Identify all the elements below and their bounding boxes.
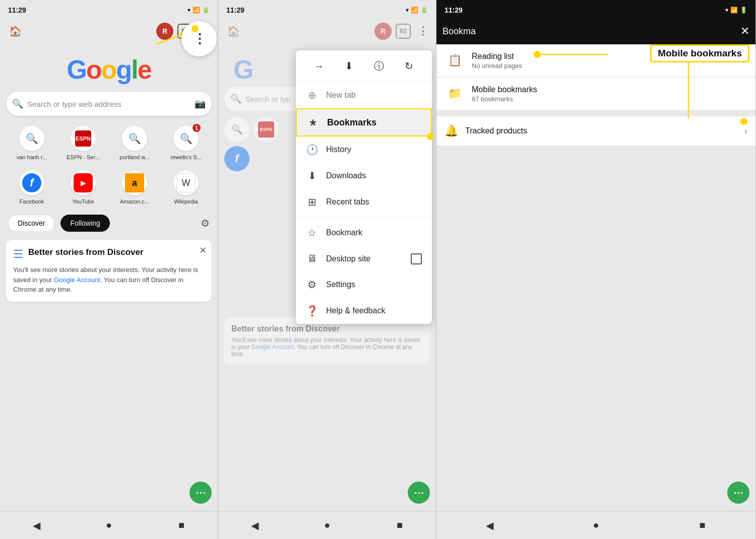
wifi-icon: ▾: [187, 7, 191, 14]
status-time-3: 11:29: [445, 6, 463, 14]
bookmark-page-item[interactable]: ☆ Bookmark: [296, 220, 432, 246]
shortcut-amazon-icon: a: [122, 170, 147, 195]
history-icon: 🕐: [306, 144, 318, 156]
following-tab[interactable]: Following: [60, 215, 109, 232]
new-tab-item[interactable]: ⊕ New tab: [296, 82, 432, 108]
recent-tabs-item[interactable]: ⊞ Recent tabs: [296, 189, 432, 215]
history-label: History: [326, 145, 351, 154]
shortcuts-row-2: f Facebook ▶ YouTube a Amazon.c... W Wik…: [0, 166, 218, 209]
status-bar-3: 11:29 ▾ 📶 🔋: [436, 0, 755, 18]
refresh-icon[interactable]: ↻: [399, 56, 418, 76]
close-button-3[interactable]: ✕: [740, 25, 749, 38]
discover-card-1: ✕ ☰ Better stories from Discover You'll …: [6, 240, 212, 302]
shortcut-amazon-label: Amazon.c...: [114, 198, 155, 205]
download-page-icon[interactable]: ⬇: [339, 56, 358, 76]
menu-divider-1: [296, 217, 432, 218]
desktop-site-checkbox[interactable]: [411, 253, 422, 264]
shortcut-portland-label: portland w...: [114, 154, 155, 160]
shortcut-van-hanh[interactable]: 🔍 van hanh r...: [12, 126, 52, 160]
battery-icon-3: 🔋: [740, 7, 747, 14]
top-bar-2: 🏠 R 62 ⋮: [218, 18, 436, 44]
mobile-bookmarks-item[interactable]: 📁 Mobile bookmarks 87 bookmarks: [436, 78, 755, 110]
wifi-icon-3: ▾: [725, 7, 728, 14]
dropdown-top-bar: → ⬇ ⓘ ↻: [296, 50, 432, 82]
bookmarks-menu-item[interactable]: ★ Bookmarks: [296, 108, 432, 137]
nav-recent-button-3[interactable]: ■: [690, 513, 715, 538]
discover-card-title: Better stories from Discover: [28, 247, 144, 258]
panel-2: 11:29 ▾ 📶 🔋 🏠 R 62 ⋮ G 🔍 Search or typ 🔍…: [218, 0, 436, 539]
header-bar-3: Bookma ✕: [436, 18, 755, 44]
google-account-link[interactable]: Google Account: [54, 276, 100, 284]
mobile-bookmarks-highlight-box[interactable]: Mobile bookmarks: [650, 44, 749, 62]
bookmarks-menu-item-container: ★ Bookmarks: [296, 108, 432, 137]
status-bar-2: 11:29 ▾ 📶 🔋: [218, 0, 436, 18]
downloads-icon: ⬇: [306, 170, 318, 182]
shortcut-rewells-label: rewells's S...: [166, 154, 206, 160]
chevron-right-icon: ›: [744, 126, 747, 137]
tracked-products-item[interactable]: 🔔 Tracked products ›: [436, 116, 755, 146]
search-bar-1[interactable]: 🔍 Search or type web address 📷: [6, 92, 212, 116]
nav-back-button-3[interactable]: ◀: [477, 513, 502, 538]
floating-action-button-3[interactable]: ⋯: [727, 482, 749, 504]
bottom-nav-1: ◀ ● ■: [0, 511, 218, 539]
google-l: l: [131, 55, 137, 84]
help-icon: ❓: [306, 305, 318, 317]
home-icon[interactable]: 🏠: [6, 22, 24, 40]
floating-action-button-2[interactable]: ⋯: [408, 482, 430, 504]
nav-home-button-3[interactable]: ●: [584, 513, 609, 538]
nav-back-button-2[interactable]: ◀: [242, 513, 267, 538]
panel-3: 11:29 ▾ 📶 🔋 Bookma ✕ Mobile bookmarks 📋 …: [436, 0, 756, 539]
shortcut-espn-icon: ESPN: [71, 126, 96, 151]
shortcut-amazon[interactable]: a Amazon.c...: [114, 170, 155, 205]
shortcut-youtube[interactable]: ▶ YouTube: [63, 170, 103, 205]
yellow-dot-avatar: [192, 25, 199, 32]
shortcuts-row-1: 🔍 van hanh r... ESPN ESPN - Ser... 🔍 por…: [0, 122, 218, 164]
panel-1: 11:29 ▾ 📶 🔋 🏠 R 62 ⋮ ⋮ Google 🔍 Search o…: [0, 0, 218, 539]
mobile-bookmarks-text: Mobile bookmarks 87 bookmarks: [472, 85, 747, 103]
bottom-nav-3: ◀ ● ■: [436, 511, 755, 539]
status-icons-3: ▾ 📶 🔋: [725, 7, 747, 14]
status-icons-2: ▾ 📶 🔋: [406, 7, 428, 14]
yellow-dot-bookmarks: [427, 133, 434, 140]
battery-icon: 🔋: [202, 7, 210, 14]
nav-recent-button-2[interactable]: ■: [387, 513, 412, 538]
bottom-nav-2: ◀ ● ■: [218, 511, 436, 539]
desktop-site-item[interactable]: 🖥 Desktop site: [296, 246, 432, 272]
shortcut-portland[interactable]: 🔍 portland w...: [114, 126, 155, 160]
shortcut-espn-label: ESPN - Ser...: [63, 154, 103, 160]
settings-item[interactable]: ⚙ Settings: [296, 272, 432, 298]
downloads-label: Downloads: [326, 171, 366, 180]
shortcut-youtube-label: YouTube: [63, 198, 103, 205]
history-item[interactable]: 🕐 History: [296, 137, 432, 163]
shortcut-rewells-icon: 🔍 1: [173, 126, 199, 151]
signal-icon: 📶: [193, 7, 200, 14]
downloads-item[interactable]: ⬇ Downloads: [296, 163, 432, 189]
nav-back-button-1[interactable]: ◀: [24, 513, 49, 538]
discover-settings-icon[interactable]: ⚙: [201, 217, 210, 229]
desktop-icon: 🖥: [306, 253, 318, 264]
dots-highlight-container: ⋮: [181, 21, 217, 56]
google-g: G: [67, 55, 86, 84]
help-item[interactable]: ❓ Help & feedback: [296, 298, 432, 324]
status-bar-1: 11:29 ▾ 📶 🔋: [0, 0, 218, 18]
camera-icon-1[interactable]: 📷: [195, 98, 206, 109]
wifi-icon-2: ▾: [406, 7, 409, 14]
status-icons-1: ▾ 📶 🔋: [187, 7, 210, 14]
shortcut-facebook-icon: f: [19, 170, 44, 195]
nav-recent-button-1[interactable]: ■: [169, 513, 194, 538]
discover-close-button[interactable]: ✕: [199, 245, 207, 256]
info-icon[interactable]: ⓘ: [369, 56, 389, 76]
discover-tab[interactable]: Discover: [8, 215, 54, 232]
avatar-button[interactable]: R: [156, 23, 173, 40]
shortcut-rewells[interactable]: 🔍 1 rewells's S...: [166, 126, 206, 160]
nav-home-button-1[interactable]: ●: [96, 513, 121, 538]
forward-icon[interactable]: →: [309, 56, 329, 76]
floating-action-button-1[interactable]: ⋯: [190, 482, 212, 504]
shortcut-wikipedia[interactable]: W Wikipedia: [166, 170, 206, 205]
shortcut-van-hanh-icon: 🔍: [19, 126, 44, 151]
nav-home-button-2[interactable]: ●: [314, 513, 340, 538]
shortcut-espn[interactable]: ESPN ESPN - Ser...: [63, 126, 103, 160]
bookmark-page-label: Bookmark: [326, 228, 362, 237]
reading-list-subtitle: No unread pages: [472, 62, 747, 70]
shortcut-facebook[interactable]: f Facebook: [12, 170, 52, 205]
